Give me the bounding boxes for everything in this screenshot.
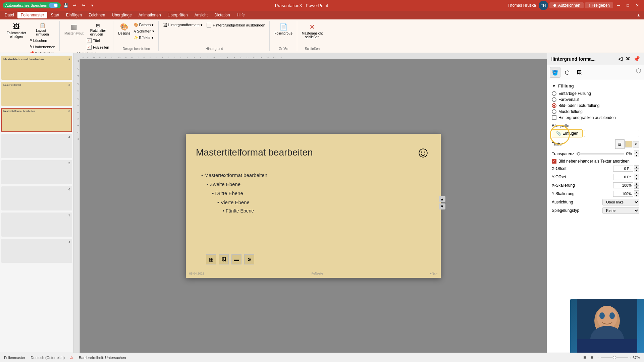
umbenennen-button[interactable]: ✎ Umbenennen (28, 44, 57, 50)
autosave-toggle[interactable]: Automatisches Speichern (3, 2, 61, 8)
save-icon[interactable]: 💾 (63, 2, 69, 9)
close-button[interactable]: ✕ (633, 1, 641, 9)
schriften-button[interactable]: A Schriften ▾ (132, 28, 156, 34)
loeschen-button[interactable]: ✕ Löschen (28, 38, 57, 43)
transparenz-thumb[interactable] (577, 152, 580, 156)
panel-pin-btn[interactable]: 📌 (633, 55, 641, 63)
slide-thumb-4[interactable]: 4 (1, 134, 72, 158)
transparenz-slider[interactable] (576, 153, 624, 155)
menu-dictation[interactable]: Dictation (211, 12, 233, 18)
zoom-in-btn[interactable]: + (629, 356, 631, 360)
more-qs-icon[interactable]: ▾ (89, 2, 96, 9)
hintergrund-buttons: 🖼 Hintergrundformate ▾ Hintergrundgrafik… (162, 21, 266, 46)
slide-sorter-btn[interactable]: ⊟ (590, 355, 593, 360)
slide-thumb-5[interactable]: 5 (1, 160, 72, 184)
title-bar: Automatisches Speichern 💾 ↩ ↪ ▾ Präsenta… (0, 0, 644, 11)
farben-icon: 🎨 (134, 23, 139, 27)
minimize-button[interactable]: ─ (614, 1, 623, 9)
x-offset-input[interactable] (613, 166, 633, 172)
masteransicht-schliessen-button[interactable]: ✕ Masteransichtschließen (301, 22, 324, 40)
transparenz-up[interactable]: ▲ (634, 150, 639, 154)
einfarbige-fuellung-radio[interactable]: Einfarbige Füllung (552, 91, 639, 96)
ausrichtung-select[interactable]: Oben links Oben Mitte Oben rechts Mitte … (602, 199, 639, 205)
slide-canvas[interactable]: Mastertitelformat bearbeiten ☺ Mastertex… (186, 134, 441, 278)
menu-animationen[interactable]: Animationen (135, 12, 164, 18)
slide-thumb-1[interactable]: 1 Mastertitelformat bearbeiten (1, 56, 72, 80)
farben-button[interactable]: 🎨 Farben ▾ (132, 22, 156, 28)
menu-folienmaster[interactable]: Folienmaster (17, 12, 47, 18)
y-skalierung-input[interactable] (613, 191, 633, 197)
y-offset-up[interactable]: ▲ (634, 174, 639, 177)
slide-thumb-3[interactable]: 3 Mastertitelformat bearbeiten (1, 108, 72, 132)
hintergrundgrafiken-checkbox[interactable]: Hintergrundgrafiken ausblenden (552, 115, 639, 120)
fusszeilen-checkbox[interactable]: Fußzeilen (86, 44, 110, 50)
hintergrundformate-button[interactable]: 🖼 Hintergrundformate ▾ (162, 22, 204, 28)
einfuegen-button[interactable]: 📎 Einfügen (552, 129, 583, 137)
spiegelungstyp-select[interactable]: Keine Horizontal Vertikal Beide (602, 207, 639, 214)
menu-start[interactable]: Start (47, 12, 62, 18)
y-offset-down[interactable]: ▼ (634, 177, 639, 180)
slide-thumb-7[interactable]: 7 (1, 213, 72, 237)
share-button[interactable]: ↑ Freigeben (585, 2, 613, 8)
x-skalierung-up[interactable]: ▲ (634, 182, 639, 185)
textur-preview[interactable] (625, 141, 632, 147)
scroll-up-btn[interactable]: ▲ (439, 196, 445, 202)
zoom-thumb[interactable] (613, 356, 616, 359)
platzhalter-einfuegen-button[interactable]: ⊞ Platzhaltereinfügen (86, 22, 110, 37)
bild-textur-radio[interactable]: Bild- oder Texturfüllung (552, 103, 639, 108)
panel-close-btn[interactable]: ✕ (625, 55, 631, 63)
undo-icon[interactable]: ↩ (71, 2, 78, 9)
restore-button[interactable]: □ (624, 1, 632, 9)
hintergrundgrafiken-button[interactable]: Hintergrundgrafiken ausblenden (205, 22, 267, 28)
layout-einfuegen-button[interactable]: 📋 Layouteinfügen (28, 22, 57, 37)
fuellung-section-header[interactable]: ▼ Füllung (552, 83, 639, 88)
menu-einfuegen[interactable]: Einfügen (63, 12, 85, 18)
panel-tab-image[interactable]: 🖼 (574, 67, 585, 78)
folienmaster-einfuegen-button[interactable]: 🖼 Folienmastereinfügen (5, 22, 28, 39)
bild-nebeneinander-checkbox[interactable]: Bild nebeneinander als Textur anordnen (552, 159, 639, 164)
foliengroesse-button[interactable]: 📄 Foliengröße (273, 22, 294, 36)
slide-thumb-2[interactable]: 2 Mastertextformat (1, 82, 72, 106)
x-skalierung-down[interactable]: ▼ (634, 185, 639, 189)
farbverlauf-radio[interactable]: Farbverlauf (552, 97, 639, 102)
menu-ueberpruefen[interactable]: Überprüfen (164, 12, 191, 18)
bildquelle-input[interactable] (584, 130, 639, 137)
titel-checkbox[interactable]: Titel (86, 38, 110, 44)
y-skalierung-down[interactable]: ▼ (634, 194, 639, 197)
redo-icon[interactable]: ↪ (80, 2, 87, 9)
panel-header-icons: ◁ ✕ 📌 (618, 55, 641, 63)
menu-ansicht[interactable]: Ansicht (191, 12, 211, 18)
x-skalierung-input[interactable] (613, 182, 633, 188)
textur-dropdown-btn[interactable]: ▾ (633, 141, 639, 147)
designs-button[interactable]: 🎨 Designs (117, 22, 131, 36)
zoom-slider[interactable] (601, 357, 628, 358)
scroll-down-btn[interactable]: ▼ (439, 203, 445, 209)
zoom-out-btn[interactable]: − (597, 356, 599, 360)
musterfuellung-radio[interactable]: Musterfüllung (552, 109, 639, 114)
y-skalierung-up[interactable]: ▲ (634, 190, 639, 194)
panel-tab-shape[interactable]: ⬡ (562, 67, 573, 78)
x-offset-down[interactable]: ▼ (634, 169, 639, 172)
menu-zeichnen[interactable]: Zeichnen (85, 12, 108, 18)
menu-datei[interactable]: Datei (1, 12, 17, 18)
einfarbige-label: Einfarbige Füllung (558, 91, 591, 96)
autosave-switch[interactable] (49, 3, 58, 8)
panel-collapse-btn[interactable]: ◁ (618, 55, 623, 63)
user-avatar[interactable]: TH (539, 1, 548, 10)
normal-view-btn[interactable]: ⊞ (583, 355, 586, 360)
slide-thumb-6[interactable]: 6 (1, 186, 72, 210)
x-offset-up[interactable]: ▲ (634, 165, 639, 169)
record-button[interactable]: ⏺ Aufzeichnen (549, 2, 584, 8)
panel-external-icon[interactable]: ⬡ (636, 67, 641, 78)
transparenz-down[interactable]: ▼ (634, 154, 639, 157)
menu-uebergaenge[interactable]: Übergänge (108, 12, 135, 18)
collapse-ribbon-btn[interactable]: ▲ (635, 11, 643, 19)
effekte-button[interactable]: ✨ Effekte ▾ (132, 35, 156, 41)
panel-tab-fill[interactable]: 🪣 (550, 67, 560, 78)
transparenz-row: Transparenz 0% ▲ ▼ (552, 150, 639, 157)
masterlayout-button[interactable]: ▦ Masterlayout (63, 22, 85, 36)
y-offset-input[interactable] (613, 174, 633, 180)
textur-btn[interactable]: 🖼 (615, 139, 625, 149)
slide-thumb-8[interactable]: 8 (1, 239, 72, 263)
menu-hilfe[interactable]: Hilfe (233, 12, 248, 18)
